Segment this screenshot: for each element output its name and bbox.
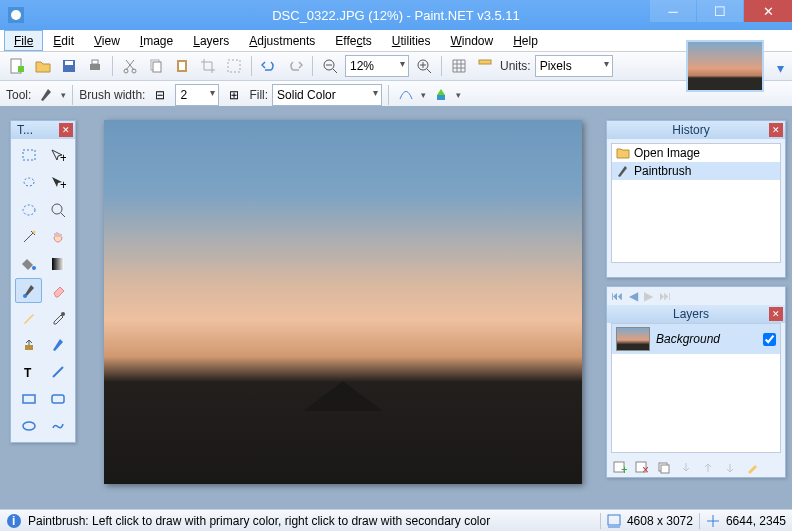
duplicate-layer-button[interactable] [655, 459, 673, 477]
cut-button[interactable] [119, 55, 141, 77]
menu-window[interactable]: Window [440, 30, 503, 51]
tools-panel-close-button[interactable]: ✕ [59, 123, 73, 137]
tool-lasso-select[interactable] [15, 170, 42, 195]
menu-file[interactable]: File [4, 30, 43, 51]
add-layer-button[interactable]: + [611, 459, 629, 477]
menu-utilities[interactable]: Utilities [382, 30, 441, 51]
svg-rect-39 [23, 395, 35, 403]
tool-eraser[interactable] [44, 278, 71, 303]
history-item-paintbrush[interactable]: Paintbrush [612, 162, 780, 180]
image-tab-menu-icon[interactable]: ▾ [777, 60, 784, 76]
grid-button[interactable] [448, 55, 470, 77]
tools-panel-titlebar[interactable]: T... ✕ [11, 121, 75, 139]
layers-back-icon[interactable]: ◀ [629, 289, 638, 303]
tool-clone-stamp[interactable] [15, 332, 42, 357]
tool-gradient[interactable] [44, 251, 71, 276]
tool-ellipse-select[interactable] [15, 197, 42, 222]
tool-rectangle[interactable] [15, 386, 42, 411]
history-panel-close-button[interactable]: ✕ [769, 123, 783, 137]
fill-select[interactable] [272, 84, 382, 106]
history-panel-title: History [613, 123, 769, 137]
zoom-in-button[interactable] [413, 55, 435, 77]
menu-image[interactable]: Image [130, 30, 183, 51]
svg-rect-23 [437, 95, 445, 100]
tool-paint-bucket[interactable] [15, 251, 42, 276]
history-panel-titlebar[interactable]: History ✕ [607, 121, 785, 139]
move-layer-down-button[interactable] [721, 459, 739, 477]
zoom-out-button[interactable] [319, 55, 341, 77]
svg-point-35 [61, 312, 65, 316]
zoom-select[interactable] [345, 55, 409, 77]
layers-forward-icon[interactable]: ▶ [644, 289, 653, 303]
redo-button[interactable] [284, 55, 306, 77]
delete-layer-button[interactable]: × [633, 459, 651, 477]
menu-adjustments[interactable]: Adjustments [239, 30, 325, 51]
open-button[interactable] [32, 55, 54, 77]
copy-button[interactable] [145, 55, 167, 77]
maximize-button[interactable]: ☐ [697, 0, 743, 22]
save-button[interactable] [58, 55, 80, 77]
layer-thumbnail [616, 327, 650, 351]
menu-edit[interactable]: Edit [43, 30, 84, 51]
active-tool-dropdown[interactable] [35, 84, 57, 106]
menu-view[interactable]: View [84, 30, 130, 51]
move-layer-up-button[interactable] [699, 459, 717, 477]
menu-layers[interactable]: Layers [183, 30, 239, 51]
brush-width-decrease[interactable]: ⊟ [149, 84, 171, 106]
tool-recolor[interactable] [44, 332, 71, 357]
svg-rect-36 [25, 345, 33, 350]
tool-zoom[interactable] [44, 197, 71, 222]
layer-properties-button[interactable] [743, 459, 761, 477]
image-tab-thumbnail[interactable] [686, 40, 764, 92]
undo-button[interactable] [258, 55, 280, 77]
tool-ellipse[interactable] [15, 413, 42, 438]
crop-button[interactable] [197, 55, 219, 77]
tool-move-pixels[interactable]: + [44, 170, 71, 195]
svg-point-32 [32, 266, 36, 270]
tool-text[interactable]: T [15, 359, 42, 384]
svg-rect-5 [65, 61, 73, 65]
brush-width-input[interactable] [175, 84, 219, 106]
tool-pencil[interactable] [15, 305, 42, 330]
tool-magic-wand[interactable] [15, 224, 42, 249]
layers-nav-toolbar: ⏮ ◀ ▶ ⏭ [607, 287, 785, 305]
svg-rect-47 [661, 465, 669, 473]
tool-color-picker[interactable] [44, 305, 71, 330]
tools-panel-title: T... [17, 123, 33, 137]
tool-pan[interactable] [44, 224, 71, 249]
new-button[interactable] [6, 55, 28, 77]
print-button[interactable] [84, 55, 106, 77]
deselect-button[interactable] [223, 55, 245, 77]
layers-panel-close-button[interactable]: ✕ [769, 307, 783, 321]
brush-width-increase[interactable]: ⊞ [223, 84, 245, 106]
minimize-button[interactable]: ─ [650, 0, 696, 22]
blend-mode-button[interactable] [430, 84, 452, 106]
layers-panel: ⏮ ◀ ▶ ⏭ Layers ✕ Background + × [606, 286, 786, 478]
canvas-image[interactable] [104, 120, 582, 484]
layers-end-icon[interactable]: ⏭ [659, 289, 671, 303]
svg-point-29 [52, 204, 62, 214]
layers-panel-titlebar[interactable]: Layers ✕ [607, 305, 785, 323]
tool-freeform[interactable] [44, 413, 71, 438]
history-item-open[interactable]: Open Image [612, 144, 780, 162]
menu-help[interactable]: Help [503, 30, 548, 51]
layer-visibility-checkbox[interactable] [763, 333, 776, 346]
tool-rounded-rectangle[interactable] [44, 386, 71, 411]
svg-text:+: + [60, 178, 66, 191]
svg-line-30 [61, 213, 65, 217]
antialiasing-button[interactable] [395, 84, 417, 106]
tool-paintbrush[interactable] [15, 278, 42, 303]
menu-effects[interactable]: Effects [325, 30, 381, 51]
rulers-button[interactable] [474, 55, 496, 77]
svg-rect-33 [52, 258, 64, 270]
layer-item-background[interactable]: Background [612, 324, 780, 354]
units-label: Units: [500, 59, 531, 73]
tool-rectangle-select[interactable] [15, 143, 42, 168]
layers-rewind-icon[interactable]: ⏮ [611, 289, 623, 303]
tool-move-selection[interactable]: + [44, 143, 71, 168]
units-select[interactable] [535, 55, 613, 77]
tool-line[interactable] [44, 359, 71, 384]
paste-button[interactable] [171, 55, 193, 77]
merge-layer-button[interactable] [677, 459, 695, 477]
close-button[interactable]: ✕ [744, 0, 792, 22]
